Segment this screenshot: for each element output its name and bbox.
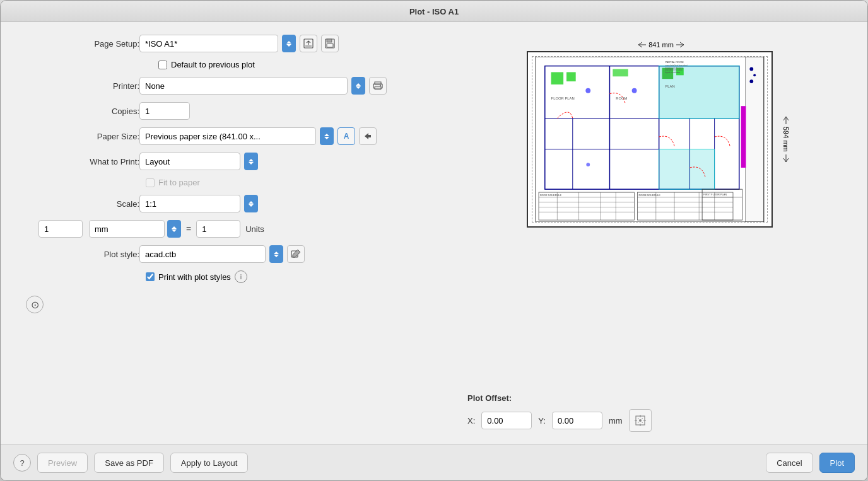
- paper-size-stepper[interactable]: [320, 127, 334, 145]
- plot-label: Plot: [830, 458, 844, 468]
- page-setup-input[interactable]: [139, 35, 278, 52]
- printer-properties-button[interactable]: [369, 77, 387, 95]
- default-previous-checkbox[interactable]: [158, 61, 167, 69]
- page-setup-upload-button[interactable]: [300, 35, 317, 52]
- paper-size-controls: A: [139, 127, 442, 145]
- paper-size-label: Paper Size:: [20, 132, 139, 141]
- svg-point-70: [639, 419, 642, 422]
- svg-point-29: [586, 163, 590, 166]
- printer-icon: [373, 81, 383, 90]
- svg-point-31: [749, 67, 753, 71]
- upload-icon: [303, 38, 314, 49]
- page-setup-controls: [139, 35, 442, 52]
- preview-with-dim: FLOOR PLAN ROOM PLAN: [527, 51, 795, 228]
- left-panel: Page Setup:: [1, 22, 461, 444]
- what-to-print-stepper[interactable]: [244, 153, 258, 170]
- drawing-svg: FLOOR PLAN ROOM PLAN: [532, 57, 767, 222]
- cancel-button[interactable]: Cancel: [766, 453, 812, 473]
- svg-text:PARTIAL ROOM: PARTIAL ROOM: [665, 61, 683, 64]
- edit-icon: [291, 249, 301, 259]
- plot-style-edit-button[interactable]: [287, 245, 305, 263]
- copies-label: Copies:: [20, 107, 139, 116]
- apply-to-layout-button[interactable]: Apply to Layout: [170, 453, 249, 473]
- title-bar: Plot - ISO A1: [1, 1, 867, 22]
- offset-row: X: Y: mm: [467, 409, 855, 432]
- fit-to-paper-checkbox[interactable]: [146, 178, 155, 187]
- stepper-down-icon: [249, 204, 254, 207]
- stepper-down-icon: [286, 44, 291, 47]
- mm-label: mm: [609, 416, 623, 426]
- plot-button[interactable]: Plot: [819, 453, 855, 473]
- preview-inner: FLOOR PLAN ROOM PLAN: [532, 56, 768, 223]
- printer-controls: [139, 77, 442, 95]
- svg-text:DOOR SCHEDULE: DOOR SCHEDULE: [540, 194, 561, 197]
- center-plot-button[interactable]: [629, 409, 652, 432]
- paper-size-a-button[interactable]: A: [337, 127, 355, 145]
- page-setup-row: Page Setup:: [20, 35, 442, 52]
- save-pdf-label: Save as PDF: [105, 458, 153, 468]
- help-button[interactable]: ?: [13, 454, 31, 472]
- dialog-body: Page Setup:: [1, 22, 867, 444]
- cancel-label: Cancel: [777, 458, 802, 468]
- bottom-right: Cancel Plot: [766, 453, 855, 473]
- paper-size-row: Paper Size: A: [20, 127, 442, 145]
- svg-line-74: [638, 422, 639, 423]
- page-setup-stepper[interactable]: [282, 35, 296, 52]
- height-label: 594 mm: [782, 127, 790, 152]
- apply-layout-label: Apply to Layout: [181, 458, 238, 468]
- width-label: 841 mm: [648, 41, 674, 49]
- scale-unit-stepper[interactable]: [167, 220, 181, 238]
- svg-rect-23: [566, 72, 576, 81]
- print-with-styles-checkbox[interactable]: [146, 272, 155, 281]
- x-label: X:: [467, 416, 475, 426]
- dimension-top: 841 mm: [638, 41, 684, 49]
- bottom-bar: ? Preview Save as PDF Apply to Layout Ca…: [1, 444, 867, 480]
- scale-unit-input[interactable]: [89, 220, 165, 238]
- plot-style-controls: [139, 245, 442, 263]
- help-label: ?: [20, 458, 24, 468]
- plot-offset-section: Plot Offset: X: Y: mm: [467, 381, 855, 432]
- paper-size-arrow-button[interactable]: [359, 127, 377, 145]
- bottom-left: ? Preview Save as PDF Apply to Layout: [13, 453, 248, 473]
- expand-button[interactable]: ⊙: [26, 296, 44, 313]
- svg-rect-30: [741, 106, 746, 168]
- svg-text:ROOM: ROOM: [616, 96, 627, 100]
- svg-point-7: [380, 85, 381, 86]
- y-label: Y:: [538, 416, 546, 426]
- what-to-print-input[interactable]: [139, 153, 240, 170]
- plot-offset-title: Plot Offset:: [467, 393, 855, 403]
- preview-canvas-wrapper: FLOOR PLAN ROOM PLAN: [527, 51, 773, 228]
- fit-to-paper-label: Fit to paper: [158, 178, 200, 187]
- x-offset-input[interactable]: [481, 412, 532, 429]
- scale-value1-input[interactable]: [38, 220, 83, 238]
- printer-input[interactable]: [139, 77, 348, 95]
- stepper-up-icon: [274, 252, 279, 254]
- what-to-print-label: What to Print:: [20, 157, 139, 166]
- plot-style-stepper[interactable]: [269, 245, 283, 263]
- scale-input[interactable]: [139, 195, 240, 212]
- plot-dialog: Plot - ISO A1 Page Setup:: [0, 0, 868, 481]
- arrow-icon: [363, 132, 372, 141]
- svg-rect-3: [327, 43, 333, 47]
- svg-rect-10: [746, 57, 764, 222]
- stepper-down-icon: [249, 162, 254, 165]
- page-setup-save-button[interactable]: [321, 35, 339, 52]
- paper-size-input[interactable]: [139, 127, 316, 145]
- svg-line-71: [638, 418, 639, 419]
- plot-style-input[interactable]: [139, 245, 266, 263]
- default-checkbox-row: Default to previous plot: [158, 60, 442, 69]
- page-setup-label: Page Setup:: [20, 39, 139, 49]
- what-to-print-row: What to Print:: [20, 153, 442, 170]
- expand-section: ⊙: [26, 296, 442, 313]
- svg-point-32: [753, 74, 756, 76]
- copies-input[interactable]: [139, 102, 190, 120]
- scale-stepper[interactable]: [244, 195, 258, 212]
- fit-to-paper-row: Fit to paper: [146, 178, 442, 187]
- info-icon[interactable]: i: [235, 270, 247, 283]
- printer-stepper[interactable]: [351, 77, 365, 95]
- preview-button[interactable]: Preview: [37, 453, 88, 473]
- scale-value2-input[interactable]: [196, 220, 240, 238]
- dimension-right: 594 mm: [777, 51, 795, 228]
- save-as-pdf-button[interactable]: Save as PDF: [94, 453, 164, 473]
- y-offset-input[interactable]: [552, 412, 602, 429]
